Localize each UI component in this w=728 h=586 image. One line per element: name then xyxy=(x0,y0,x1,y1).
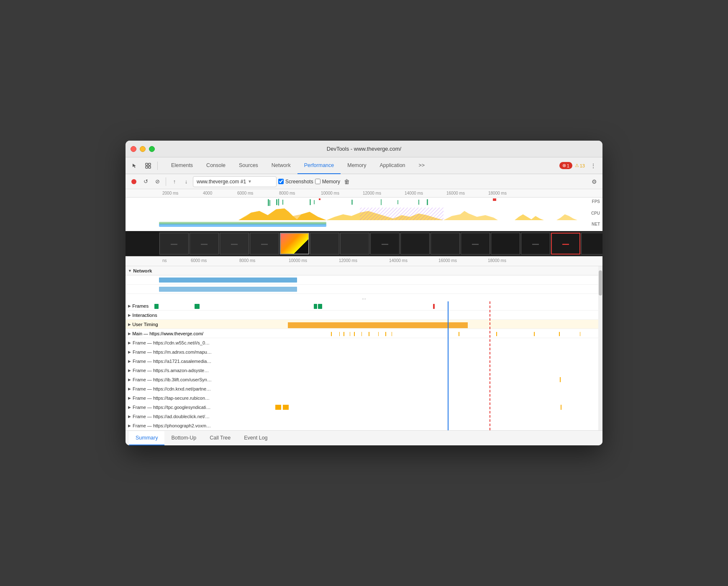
interactions-label: Interactions xyxy=(132,313,157,318)
net-label: NET xyxy=(592,222,600,226)
frame-row-0[interactable]: ▶ Frame — https://cdn.w55c.net/i/s_0RB7U… xyxy=(126,338,602,347)
frame-row-6[interactable]: ▶ Frame — https://tap-secure.rubiconproj… xyxy=(126,393,602,403)
fps-cpu-net-area: FPS CPU NET xyxy=(126,198,602,231)
record-button[interactable] xyxy=(129,177,139,187)
url-selector[interactable]: www.theverge.com #1 ▼ xyxy=(193,176,277,187)
svg-rect-11 xyxy=(360,208,443,220)
screenshot-thumb[interactable] xyxy=(581,233,602,254)
screenshot-thumb[interactable]: ▬▬ xyxy=(190,233,219,254)
nav-tabs: Elements Console Sources Network Perform… xyxy=(164,157,431,174)
tick-12000: 12000 ms xyxy=(363,191,381,195)
settings-button[interactable]: ⚙ xyxy=(589,177,599,187)
frame-row-5[interactable]: ▶ Frame — https://cdn.krxd.net/partnerjs… xyxy=(126,384,602,393)
rows-container: ▶ Frames ▶ Interactions ▶ User Timing xyxy=(126,301,602,430)
tick-14000: 14000 ms xyxy=(405,191,423,195)
user-timing-label: User Timing xyxy=(132,322,158,327)
tab-memory[interactable]: Memory xyxy=(341,157,373,174)
scrollbar-thumb[interactable] xyxy=(599,270,602,296)
nav-right: ⊗ 1 ⚠ 13 ⋮ xyxy=(559,160,599,172)
memory-checkbox-label[interactable]: Memory xyxy=(315,179,340,185)
network-bar-row2 xyxy=(126,285,602,294)
tab-call-tree[interactable]: Call Tree xyxy=(203,431,237,445)
scrollbar-track xyxy=(598,266,602,430)
tab-event-log[interactable]: Event Log xyxy=(237,431,274,445)
orange-timing-bar xyxy=(288,322,468,328)
tab-performance[interactable]: Performance xyxy=(297,157,341,174)
screenshot-thumb[interactable] xyxy=(400,233,430,254)
network-collapse-icon: ▼ xyxy=(128,269,132,273)
interactions-row[interactable]: ▶ Interactions xyxy=(126,311,602,320)
screenshots-checkbox-label[interactable]: Screenshots xyxy=(278,179,313,185)
screenshot-thumb[interactable] xyxy=(340,233,369,254)
screenshot-thumb[interactable]: ▬▬ xyxy=(220,233,249,254)
svg-marker-9 xyxy=(515,214,544,220)
fps-label: FPS xyxy=(592,199,600,204)
frame-row-2[interactable]: ▶ Frame — https://a1721.casalemedia.com/… xyxy=(126,357,602,366)
flame-chart: ▼ Network ... ▶ xyxy=(126,266,602,430)
frames-label: Frames xyxy=(132,303,149,308)
screenshot-thumb[interactable]: ▬▬ xyxy=(370,233,400,254)
error-badge: ⊗ 1 xyxy=(559,162,572,169)
close-button[interactable] xyxy=(131,146,136,152)
tab-console[interactable]: Console xyxy=(200,157,232,174)
frame-row-4[interactable]: ▶ Frame — https://ib.3lift.com/userSync.… xyxy=(126,375,602,384)
maximize-button[interactable] xyxy=(149,146,155,152)
url-dropdown-arrow: ▼ xyxy=(248,179,252,184)
tab-application[interactable]: Application xyxy=(373,157,412,174)
screenshots-checkbox[interactable] xyxy=(278,179,284,184)
screenshot-thumb[interactable] xyxy=(310,233,339,254)
screenshot-thumb[interactable]: ▬▬ xyxy=(461,233,490,254)
timeline-ruler-bottom: ns 6000 ms 8000 ms 10000 ms 12000 ms 140… xyxy=(126,256,602,266)
warn-badge: ⚠ 13 xyxy=(575,163,585,168)
traffic-lights xyxy=(131,146,155,152)
tab-bottom-up[interactable]: Bottom-Up xyxy=(164,431,203,445)
reload-button[interactable]: ↺ xyxy=(141,177,151,187)
stop-button[interactable]: ⊘ xyxy=(152,177,162,187)
screenshot-thumb[interactable]: ▬▬ xyxy=(250,233,279,254)
tab-summary[interactable]: Summary xyxy=(129,431,164,445)
tab-network[interactable]: Network xyxy=(265,157,297,174)
main-bars xyxy=(203,330,602,337)
screenshot-thumb-colored[interactable] xyxy=(280,233,309,254)
network-section-header[interactable]: ▼ Network xyxy=(126,266,602,275)
frame-row-1[interactable]: ▶ Frame — https://m.adnxs.com/mapuid?mem… xyxy=(126,347,602,357)
tab-sources[interactable]: Sources xyxy=(232,157,265,174)
screenshot-thumb[interactable] xyxy=(491,233,520,254)
tick2-8000: 8000 ms xyxy=(239,258,255,263)
toolbar-sep xyxy=(166,177,166,186)
bottom-tabs: Summary Bottom-Up Call Tree Event Log xyxy=(126,430,602,445)
screenshots-label: Screenshots xyxy=(285,179,313,185)
cursor-icon[interactable] xyxy=(129,160,141,172)
main-row[interactable]: ▶ Main — https://www.theverge.com/ xyxy=(126,329,602,338)
separator xyxy=(157,162,158,170)
more-options-button[interactable]: ⋮ xyxy=(587,160,599,172)
title-bar: DevTools - www.theverge.com/ xyxy=(126,141,602,157)
memory-label: Memory xyxy=(322,179,340,185)
export-button[interactable]: ↓ xyxy=(181,177,191,187)
frame-row-3[interactable]: ▶ Frame — https://s.amazon-adsystem.com/… xyxy=(126,366,602,375)
window-title: DevTools - www.theverge.com/ xyxy=(327,146,401,152)
tick-18000: 18000 ms xyxy=(488,191,507,195)
memory-checkbox[interactable] xyxy=(315,179,320,184)
frame-row-7[interactable]: ▶ Frame — https://tpc.googlesyndication.… xyxy=(126,403,602,412)
tab-more[interactable]: >> xyxy=(412,157,432,174)
screenshot-thumb[interactable]: ▬▬ xyxy=(521,233,550,254)
tick-4000: 4000 xyxy=(203,191,212,195)
frame-row-9[interactable]: ▶ Frame — https://phonograph2.voxmedia.c… xyxy=(126,421,602,430)
minimize-button[interactable] xyxy=(140,146,146,152)
tick-8000: 8000 ms xyxy=(279,191,295,195)
screenshot-thumb[interactable] xyxy=(431,233,460,254)
tab-elements[interactable]: Elements xyxy=(164,157,200,174)
inspect-icon[interactable] xyxy=(142,160,154,172)
user-timing-row[interactable]: ▶ User Timing xyxy=(126,320,602,329)
frames-row[interactable]: ▶ Frames xyxy=(126,301,602,311)
tick2-16000: 16000 ms xyxy=(438,258,457,263)
svg-rect-1 xyxy=(149,163,151,165)
svg-rect-3 xyxy=(149,166,151,168)
import-button[interactable]: ↑ xyxy=(169,177,179,187)
screenshot-thumb-red[interactable]: ▬▬ xyxy=(551,233,580,254)
frame-row-8[interactable]: ▶ Frame — https://ad.doubleclick.net/ddm… xyxy=(126,412,602,421)
screenshot-thumb[interactable]: ▬▬ xyxy=(159,233,189,254)
devtools-window: DevTools - www.theverge.com/ Elements Co… xyxy=(126,141,602,445)
clear-button[interactable]: 🗑 xyxy=(342,177,352,187)
